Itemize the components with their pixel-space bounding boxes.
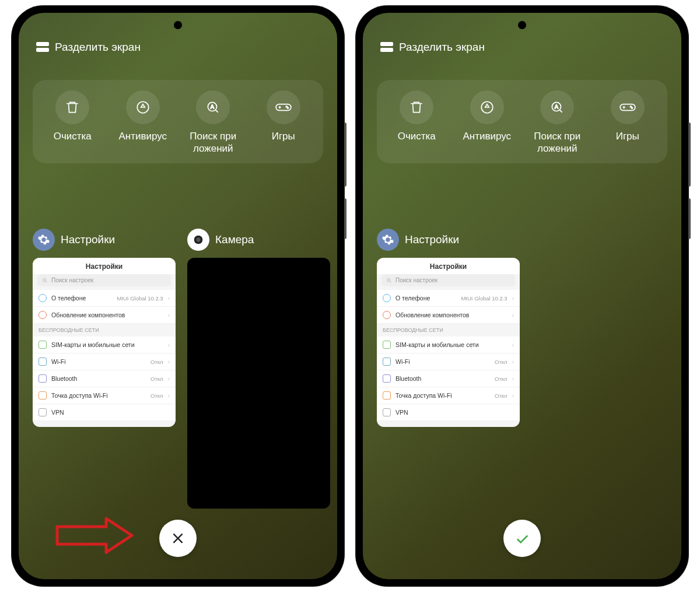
app-card-header: Камера <box>187 229 330 251</box>
camera-notch <box>174 21 182 29</box>
app-thumbnail-camera[interactable] <box>187 258 330 509</box>
phone-frame-left: Разделить экран Очистка Антивирус A Поис… <box>12 6 344 586</box>
tool-label: Антивирус <box>463 130 511 142</box>
power-button <box>688 198 691 239</box>
volume-button <box>344 122 346 187</box>
thumb-search-placeholder: Поиск настроек <box>51 277 93 283</box>
tool-app-search[interactable]: A Поиск при ложений <box>178 90 248 155</box>
screen-left: Разделить экран Очистка Антивирус A Поис… <box>19 13 337 579</box>
svg-point-6 <box>43 278 46 281</box>
tool-label: Очистка <box>398 130 436 142</box>
thumb-row: Wi-Fi Откл › <box>33 353 176 370</box>
shield-icon <box>470 90 504 124</box>
recent-app-settings[interactable]: Настройки Настройки Поиск настроек О тел… <box>33 229 176 509</box>
svg-point-5 <box>287 107 288 108</box>
thumb-row: О телефоне MIUI Global 10.2.3 › <box>377 290 520 307</box>
tool-label: Игры <box>616 130 639 142</box>
svg-point-13 <box>630 106 631 107</box>
split-screen-label: Разделить экран <box>55 41 141 54</box>
thumb-row: Wi-Fi Откл › <box>377 353 520 370</box>
tool-label: Игры <box>272 130 295 142</box>
thumb-row: О телефоне MIUI Global 10.2.3 › <box>33 290 176 307</box>
confirm-button[interactable] <box>503 520 541 557</box>
tool-label: Поиск при ложений <box>190 130 236 155</box>
thumb-section: БЕСПРОВОДНЫЕ СЕТИ <box>33 324 176 337</box>
search-icon: A <box>196 90 230 124</box>
thumb-row: Bluetooth Откл › <box>377 370 520 387</box>
app-thumbnail-settings[interactable]: Настройки Поиск настроек О телефоне MIUI… <box>33 258 176 427</box>
trash-icon <box>55 90 89 124</box>
thumb-row: VPN <box>377 404 520 421</box>
svg-point-15 <box>387 278 390 281</box>
thumb-row: Точка доступа Wi-Fi Откл › <box>377 387 520 404</box>
search-icon: A <box>540 90 574 124</box>
thumb-heading: Настройки <box>33 258 176 274</box>
svg-point-8 <box>196 237 200 241</box>
recent-apps-area: Настройки Настройки Поиск настроек О тел… <box>33 229 323 509</box>
thumb-search: Поиск настроек <box>382 274 515 286</box>
trash-icon <box>400 90 433 124</box>
gear-icon <box>377 229 399 251</box>
thumb-row: Точка доступа Wi-Fi Откл › <box>33 387 176 404</box>
close-icon <box>170 531 186 546</box>
thumb-row: Обновление компонентов › <box>377 307 520 324</box>
split-screen-button[interactable]: Разделить экран <box>36 41 141 54</box>
screen-right: Разделить экран Очистка Антивирус A Поис… <box>363 13 681 579</box>
volume-button <box>688 122 691 187</box>
svg-text:A: A <box>211 104 214 110</box>
thumb-row: Bluetooth Откл › <box>33 370 176 387</box>
app-title: Настройки <box>405 233 459 246</box>
tool-games[interactable]: Игры <box>593 90 663 155</box>
camera-notch <box>518 21 526 29</box>
tool-label: Антивирус <box>118 130 167 142</box>
tool-games[interactable]: Игры <box>249 90 318 155</box>
split-screen-label: Разделить экран <box>399 41 485 54</box>
tool-antivirus[interactable]: Антивирус <box>452 90 522 155</box>
power-button <box>344 198 346 239</box>
tool-app-search[interactable]: A Поиск при ложений <box>522 90 592 155</box>
tools-panel: Очистка Антивирус A Поиск при ложений Иг… <box>377 80 667 163</box>
svg-point-14 <box>631 107 632 108</box>
clear-all-button[interactable] <box>159 520 197 557</box>
tool-cleanup[interactable]: Очистка <box>37 90 107 155</box>
split-screen-icon <box>36 42 49 52</box>
split-screen-icon <box>380 42 393 52</box>
gear-icon <box>33 229 55 251</box>
tools-panel: Очистка Антивирус A Поиск при ложений Иг… <box>33 80 323 163</box>
tool-label: Поиск при ложений <box>534 130 580 155</box>
thumb-search-placeholder: Поиск настроек <box>396 277 438 283</box>
tool-label: Очистка <box>54 130 92 142</box>
tool-antivirus[interactable]: Антивирус <box>108 90 178 155</box>
app-thumbnail-settings[interactable]: Настройки Поиск настроек О телефоне MIUI… <box>377 258 520 427</box>
annotation-arrow <box>54 516 135 557</box>
app-title: Настройки <box>61 233 115 246</box>
recent-app-camera[interactable]: Камера <box>187 229 330 509</box>
recent-apps-area: Настройки Настройки Поиск настроек О тел… <box>377 229 667 427</box>
camera-icon <box>187 229 209 251</box>
app-card-header: Настройки <box>33 229 176 251</box>
svg-point-4 <box>286 106 287 107</box>
phone-frame-right: Разделить экран Очистка Антивирус A Поис… <box>356 6 688 586</box>
svg-text:A: A <box>555 104 558 110</box>
tool-cleanup[interactable]: Очистка <box>382 90 452 155</box>
thumb-search: Поиск настроек <box>37 274 171 286</box>
thumb-row: SIM-карты и мобильные сети › <box>33 337 176 353</box>
check-icon <box>514 530 530 547</box>
thumb-section: БЕСПРОВОДНЫЕ СЕТИ <box>377 324 520 337</box>
thumb-row: VPN <box>33 404 176 421</box>
gamepad-icon <box>267 90 300 124</box>
app-card-header: Настройки <box>377 229 520 251</box>
shield-icon <box>126 90 160 124</box>
split-screen-button[interactable]: Разделить экран <box>380 41 485 54</box>
gamepad-icon <box>611 90 645 124</box>
thumb-heading: Настройки <box>377 258 520 274</box>
thumb-row: Обновление компонентов › <box>33 307 176 324</box>
recent-app-settings[interactable]: Настройки Настройки Поиск настроек О тел… <box>377 229 520 427</box>
thumb-row: SIM-карты и мобильные сети › <box>377 337 520 353</box>
app-title: Камера <box>215 233 254 246</box>
